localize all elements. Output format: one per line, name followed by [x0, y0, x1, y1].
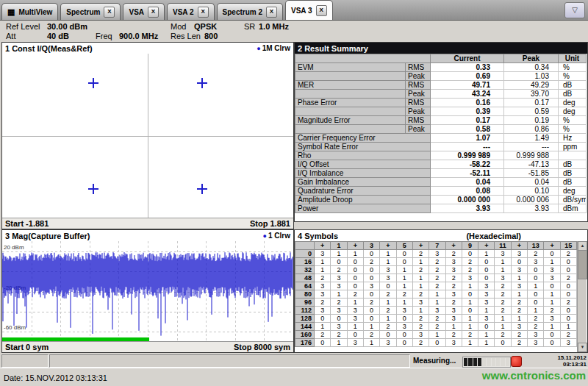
result-label: I/Q Offset: [295, 160, 431, 169]
symbol-cell: 2: [331, 299, 347, 307]
mod-label: Mod: [171, 22, 186, 31]
result-current: 0.16: [431, 99, 504, 107]
symbol-cell: 0: [380, 331, 396, 339]
symbols-row: 803120222130321010: [295, 290, 577, 299]
symbols-col-header: 15: [560, 242, 576, 250]
symbol-cell: 3: [544, 266, 560, 274]
symbol-cell: 3: [445, 266, 462, 274]
status-field-left: [1, 354, 49, 368]
sr-value: 1.0 MHz: [259, 22, 289, 31]
close-icon[interactable]: X: [198, 7, 209, 18]
result-row: Phase ErrorRMS0.160.17deg: [295, 99, 587, 107]
tab-label: Spectrum 2: [223, 8, 262, 16]
symbols-row-address: 128: [295, 315, 315, 323]
tab-spectrum-2[interactable]: Spectrum 2 X: [217, 3, 283, 20]
result-panel-header[interactable]: 2 Result Summary: [295, 43, 587, 54]
tab-vsa[interactable]: VSA X: [123, 3, 165, 20]
symbol-cell: 0: [462, 250, 478, 258]
result-row: Rho0.999 9890.999 988: [295, 151, 587, 160]
symbol-cell: 0: [363, 307, 379, 315]
tab-label: VSA: [129, 8, 144, 16]
result-unit: deg: [559, 99, 587, 107]
symbol-cell: 3: [528, 258, 544, 266]
result-sublabel: RMS: [406, 81, 431, 90]
symbol-cell: 3: [544, 274, 560, 282]
symbol-cell: 0: [363, 250, 379, 258]
symbol-cell: 3: [315, 282, 331, 290]
symbols-row-address: 96: [295, 299, 315, 307]
close-icon[interactable]: X: [316, 5, 327, 16]
symbol-cell: 3: [478, 282, 495, 290]
symbols-row: 1441311232211013211: [295, 323, 577, 331]
att-label: Att: [6, 32, 15, 40]
symbol-cell: 1: [363, 323, 379, 331]
symbol-cell: 1: [560, 323, 576, 331]
close-icon[interactable]: X: [148, 7, 159, 18]
result-current: 1.07: [431, 134, 504, 143]
symbol-cell: 1: [396, 282, 412, 290]
status-time: 03:13:31: [523, 361, 587, 368]
tab-vsa-3[interactable]: VSA 3 X: [285, 0, 333, 20]
result-label: MER: [295, 81, 406, 90]
result-header-blank: [295, 54, 431, 63]
symbol-cell: 0: [347, 282, 363, 290]
result-current: 0.39: [431, 107, 504, 116]
symbol-cell: 3: [412, 299, 429, 307]
symbol-cell: 2: [315, 299, 331, 307]
symbol-cell: 2: [445, 274, 462, 282]
symbol-cell: 2: [429, 258, 445, 266]
symbol-cell: 2: [495, 290, 511, 299]
symbol-cell: 3: [478, 315, 495, 323]
symbols-row: 1602202003122122302: [295, 331, 577, 339]
symbol-cell: 2: [412, 339, 429, 347]
symbols-row-address: 16: [295, 258, 315, 266]
symbol-cell: 2: [412, 266, 429, 274]
result-current: 0.17: [431, 116, 504, 125]
tab-spectrum[interactable]: Spectrum X: [60, 3, 121, 20]
symbol-cell: 1: [478, 331, 495, 339]
result-summary-table: Current Peak Unit EVMRMS0.330.34%Peak0.6…: [295, 54, 587, 213]
tab-vsa-2[interactable]: VSA 2 X: [167, 3, 215, 20]
symbol-cell: 1: [347, 299, 363, 307]
tab-dropdown-button[interactable]: ▽: [564, 2, 585, 18]
symbols-row-address: 160: [295, 331, 315, 339]
result-peak: 3.93: [504, 204, 559, 213]
result-label: Carrier Frequency Error: [295, 134, 431, 143]
symbols-scrollbar[interactable]: [577, 241, 587, 352]
result-unit: deg: [559, 107, 587, 116]
result-label: Power: [295, 204, 431, 213]
result-row: Peak0.390.59deg: [295, 107, 587, 116]
close-icon[interactable]: X: [104, 7, 115, 18]
tab-multiview[interactable]: ▦ MultiView: [1, 3, 58, 20]
symbol-cell: 2: [412, 250, 429, 258]
result-header-row: Current Peak Unit: [295, 54, 587, 63]
symbol-cell: 0: [544, 331, 560, 339]
symbols-col-header: +: [544, 242, 560, 250]
mag-panel-header[interactable]: 3 Mag(Capture Buffer) 1 Clrw: [2, 230, 293, 242]
const-panel-header[interactable]: 1 Const I/Q(Meas&Ref) 1M Clrw: [2, 43, 293, 54]
symbol-cell: 3: [315, 250, 331, 258]
symbol-cell: 3: [347, 339, 363, 347]
scrollbar-thumb[interactable]: [578, 250, 587, 279]
const-chart: [2, 54, 293, 218]
symbol-cell: 2: [429, 266, 445, 274]
symbol-cell: 2: [445, 331, 462, 339]
symbol-cell: 3: [478, 290, 495, 299]
result-peak: 0.17: [504, 99, 559, 107]
symbol-cell: 0: [495, 339, 511, 347]
symbol-cell: 2: [380, 290, 396, 299]
result-current: 0.08: [431, 187, 504, 196]
symbol-cell: 1: [544, 299, 560, 307]
symbol-cell: 3: [315, 307, 331, 315]
scroll-down-icon[interactable]: [578, 343, 587, 352]
result-label: [295, 107, 406, 116]
close-icon[interactable]: X: [266, 7, 277, 18]
start-label: Start -1.881: [5, 219, 49, 228]
result-peak: ---: [504, 143, 559, 151]
symbols-panel-header[interactable]: 4 Symbols (Hexadecimal): [295, 230, 587, 242]
progress-segment: [468, 358, 472, 366]
symbol-cell: 0: [478, 274, 495, 282]
symbol-cell: 3: [528, 331, 544, 339]
symbol-cell: 3: [528, 339, 544, 347]
symbol-cell: 2: [363, 258, 379, 266]
